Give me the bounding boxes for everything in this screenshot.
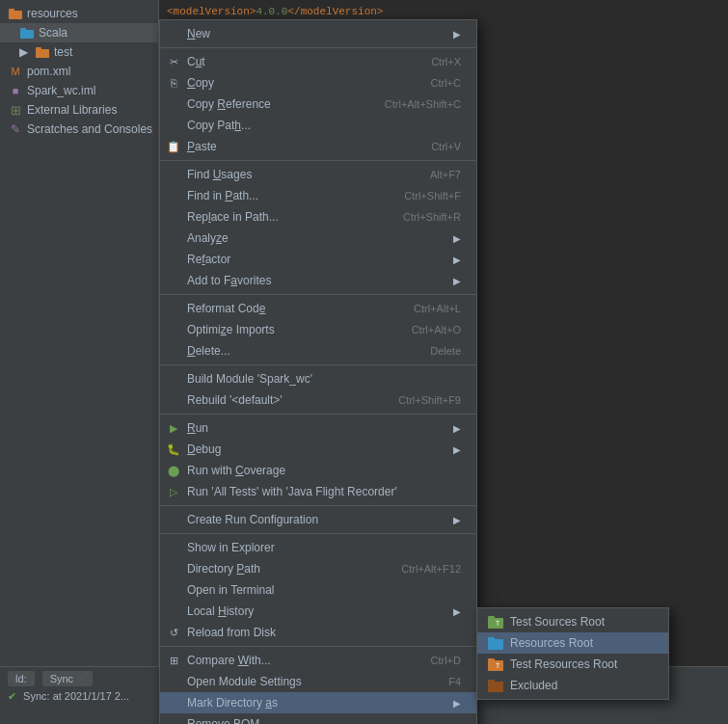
divider-5 — [160, 414, 476, 415]
shortcut-rebuild: Ctrl+Shift+F9 — [398, 394, 461, 406]
svg-rect-15 — [488, 680, 495, 683]
menu-item-mark-directory[interactable]: Mark Directory as ▶ — [160, 692, 476, 713]
svg-rect-12 — [488, 658, 495, 661]
submenu-arrow-favorites: ▶ — [453, 276, 461, 286]
mark-directory-submenu: T Test Sources Root Resources Root T Tes… — [476, 607, 669, 700]
menu-item-reload[interactable]: ↺ Reload from Disk — [160, 622, 476, 643]
sidebar-item-scratches[interactable]: ✎ Scratches and Consoles — [0, 120, 158, 139]
menu-item-local-history[interactable]: Local History ▶ — [160, 601, 476, 622]
sidebar-item-test[interactable]: ▶ test — [0, 42, 158, 62]
menu-label-delete: Delete... — [187, 344, 411, 358]
submenu-arrow-new: ▶ — [453, 29, 461, 40]
menu-item-build-module[interactable]: Build Module 'Spark_wc' — [160, 368, 476, 389]
menu-item-find-path[interactable]: Find in Path... Ctrl+Shift+F — [160, 185, 476, 206]
menu-label-optimize: Optimize Imports — [187, 323, 392, 336]
menu-label-run-coverage: Run with Coverage — [187, 464, 461, 477]
submenu-item-label-excluded: Excluded — [510, 679, 557, 692]
menu-item-create-run-config[interactable]: Create Run Configuration ▶ — [160, 509, 476, 530]
sidebar-item-iml[interactable]: ■ Spark_wc.iml — [0, 81, 158, 100]
shortcut-delete: Delete — [430, 345, 461, 357]
sidebar-item-label: pom.xml — [27, 65, 70, 78]
submenu-item-resources[interactable]: Resources Root — [477, 632, 668, 654]
menu-item-new[interactable]: New ▶ — [160, 23, 476, 44]
submenu-item-test-resources[interactable]: T Test Resources Root — [477, 654, 668, 675]
shortcut-cut: Ctrl+X — [431, 56, 461, 67]
svg-rect-1 — [9, 9, 14, 12]
sync-tab[interactable]: Sync ✕ — [42, 671, 93, 686]
submenu-item-label-test-resources: Test Resources Root — [510, 657, 617, 671]
svg-rect-2 — [20, 30, 34, 39]
shortcut-module-settings: F4 — [448, 676, 461, 687]
menu-item-dir-path[interactable]: Directory Path Ctrl+Alt+F12 — [160, 558, 476, 579]
svg-rect-9 — [488, 639, 503, 650]
menu-item-cut[interactable]: ✂ Cut Ctrl+X — [160, 51, 476, 72]
menu-item-debug[interactable]: 🐛 Debug ▶ — [160, 439, 476, 460]
close-sync-icon[interactable]: ✕ — [77, 674, 85, 684]
shortcut-reformat: Ctrl+Alt+L — [414, 303, 461, 314]
libs-icon: ⊞ — [8, 102, 23, 118]
svg-rect-7 — [488, 616, 495, 619]
menu-label-open-terminal: Open in Terminal — [187, 583, 461, 597]
divider-1 — [160, 47, 476, 48]
svg-rect-4 — [36, 49, 49, 58]
menu-item-remove-bom[interactable]: Remove BOM — [160, 713, 476, 724]
menu-item-paste[interactable]: 📋 Paste Ctrl+V — [160, 136, 476, 157]
menu-label-show-explorer: Show in Explorer — [187, 541, 461, 554]
submenu-item-excluded[interactable]: Excluded — [477, 675, 668, 696]
svg-rect-14 — [488, 682, 503, 692]
debug-icon: 🐛 — [166, 442, 181, 457]
menu-label-cut: Cut — [187, 55, 412, 68]
menu-item-replace-path[interactable]: Replace in Path... Ctrl+Shift+R — [160, 206, 476, 228]
sidebar-item-pom[interactable]: M pom.xml — [0, 62, 158, 81]
menu-label-dir-path: Directory Path — [187, 562, 382, 576]
menu-item-copy-path[interactable]: Copy Path... — [160, 115, 476, 136]
resources-icon — [487, 635, 504, 651]
menu-item-run-flight[interactable]: ▷ Run 'All Tests' with 'Java Flight Reco… — [160, 481, 476, 502]
menu-label-reformat: Reformat Code — [187, 302, 394, 315]
divider-4 — [160, 364, 476, 365]
reload-icon: ↺ — [166, 625, 181, 640]
menu-label-build-module: Build Module 'Spark_wc' — [187, 372, 461, 386]
svg-rect-10 — [488, 637, 495, 640]
menu-item-open-module-settings[interactable]: Open Module Settings F4 — [160, 671, 476, 692]
menu-item-run-coverage[interactable]: ⬤ Run with Coverage — [160, 460, 476, 481]
menu-label-new: New — [187, 27, 449, 40]
menu-item-refactor[interactable]: Refactor ▶ — [160, 249, 476, 270]
menu-label-add-favorites: Add to Favorites — [187, 274, 449, 287]
menu-item-add-favorites[interactable]: Add to Favorites ▶ — [160, 270, 476, 291]
submenu-arrow-history: ▶ — [453, 606, 461, 617]
flight-icon: ▷ — [166, 484, 181, 499]
svg-rect-3 — [20, 28, 26, 31]
menu-item-copy-reference[interactable]: Copy Reference Ctrl+Alt+Shift+C — [160, 94, 476, 115]
menu-item-copy[interactable]: ⎘ Copy Ctrl+C — [160, 72, 476, 94]
menu-item-show-explorer[interactable]: Show in Explorer — [160, 537, 476, 558]
menu-label-reload: Reload from Disk — [187, 626, 461, 639]
menu-item-open-terminal[interactable]: Open in Terminal — [160, 579, 476, 601]
menu-item-optimize[interactable]: Optimize Imports Ctrl+Alt+O — [160, 319, 476, 340]
menu-label-debug: Debug — [187, 442, 449, 456]
menu-item-run[interactable]: ▶ Run ▶ — [160, 417, 476, 439]
code-line-1: <modelVersion>4.0.0</modelVersion> — [167, 4, 720, 21]
sidebar-item-external-libs[interactable]: ⊞ External Libraries — [0, 100, 158, 120]
menu-item-analyze[interactable]: Analyze ▶ — [160, 228, 476, 249]
menu-label-compare: Compare With... — [187, 654, 412, 667]
menu-item-rebuild[interactable]: Rebuild '<default>' Ctrl+Shift+F9 — [160, 389, 476, 411]
menu-item-compare[interactable]: ⊞ Compare With... Ctrl+D — [160, 650, 476, 671]
menu-item-find-usages[interactable]: Find Usages Alt+F7 — [160, 164, 476, 185]
shortcut-replace-path: Ctrl+Shift+R — [403, 211, 461, 223]
sidebar-item-label: Spark_wc.iml — [27, 84, 95, 97]
sidebar-item-resources[interactable]: resources — [0, 4, 158, 23]
build-tab[interactable]: ld: — [8, 671, 35, 686]
coverage-icon: ⬤ — [166, 463, 181, 478]
iml-icon: ■ — [8, 83, 23, 98]
shortcut-copy: Ctrl+C — [431, 77, 461, 89]
test-resources-icon: T — [487, 657, 504, 672]
menu-item-delete[interactable]: Delete... Delete — [160, 340, 476, 362]
submenu-item-test-sources[interactable]: T Test Sources Root — [477, 611, 668, 632]
menu-label-paste: Paste — [187, 140, 412, 153]
sidebar-item-scala[interactable]: Scala — [0, 23, 158, 42]
menu-item-reformat[interactable]: Reformat Code Ctrl+Alt+L — [160, 298, 476, 319]
sync-text-label: Sync: at 2021/1/17 2... — [23, 690, 129, 702]
menu-label-remove-bom: Remove BOM — [187, 717, 461, 724]
sidebar-item-label: Scratches and Consoles — [27, 122, 152, 136]
